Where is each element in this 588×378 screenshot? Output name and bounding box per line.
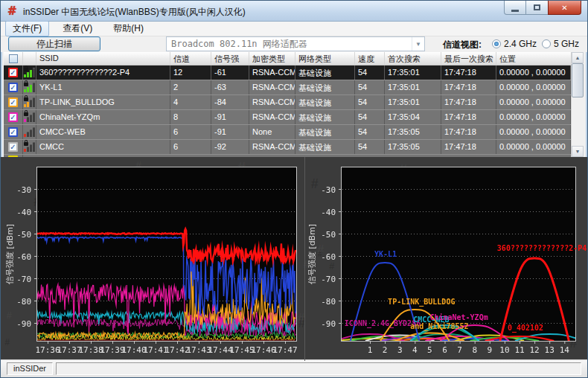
header-icon-col [23,52,36,65]
cell-channel: 12 [170,65,211,80]
adapter-name: Broadcom 802.11n 网络适配器 [167,38,412,51]
close-icon: ✕ [561,4,567,12]
lock-icon [24,112,28,116]
cell-first-seen: 17:35:01 [385,80,441,94]
cell-speed: 54 [355,110,385,124]
menu-file[interactable]: 文件(F) [5,21,49,36]
cell-first-seen: 17:35:04 [385,110,441,124]
title-bar[interactable]: # inSSIDer 中国无线论坛(WlanBBS)专用版(风中闲人汉化) ✕ [1,1,587,22]
header-channel[interactable]: 信道 [170,52,211,65]
cell-rssi: -92 [211,140,249,154]
signal-strength-icon [23,140,36,154]
menu-view[interactable]: 查看(V) [55,21,100,36]
select-all-checkbox[interactable] [4,52,23,65]
cell-ssid: CMCC [36,140,170,154]
lock-icon [24,68,28,71]
row-checkbox[interactable]: ✓ [8,83,18,92]
table-scrollbar[interactable]: ▲ ▼ [571,52,584,157]
cell-rssi: -91 [211,110,249,124]
cell-first-seen: 17:35:05 [385,140,441,154]
signal-strength-icon [23,65,36,80]
cell-rssi: -63 [211,80,249,94]
scrollbar-thumb[interactable] [572,63,584,97]
signal-strength-icon [23,125,36,139]
lock-icon [24,83,28,86]
cell-first-seen: 17:35:05 [385,125,441,139]
cell-speed: 54 [355,80,385,94]
cell-ssid: ChinaNet-YZQm [36,110,170,124]
table-row[interactable]: ✓360?????????????2-P412-61RSNA-CCMP基础设施5… [4,65,571,80]
header-network-type[interactable]: 网络类型 [295,52,355,65]
cell-first-seen: 17:35:01 [385,95,441,109]
adapter-combobox[interactable]: Broadcom 802.11n 网络适配器 ▼ [166,36,425,51]
scrollbar-track[interactable] [572,63,584,146]
cell-rssi: -91 [211,125,249,139]
band-radio-24ghz[interactable]: 2.4 GHz [492,39,537,49]
menu-bar: 文件(F) 查看(V) 帮助(H) [1,22,587,36]
status-bar: inSSIDer [1,359,587,377]
cell-channel: 6 [170,125,211,139]
cell-ssid: CMCC-WEB [36,125,170,139]
cell-network-type: 基础设施 [295,65,355,80]
band-radio-5ghz[interactable]: 5 GHz [542,39,579,49]
window-title: inSSIDer 中国无线论坛(WlanBBS)专用版(风中闲人汉化) [23,6,246,19]
cell-rssi: -61 [211,65,249,80]
caption-buttons: ✕ [504,1,581,15]
cell-first-seen: 17:35:01 [385,65,441,80]
header-security[interactable]: 加密类型 [249,52,295,65]
cell-last-seen: 17:47:18 [441,110,496,124]
band-24-label: 2.4 GHz [504,39,537,49]
menu-help[interactable]: 帮助(H) [106,21,151,36]
header-last-seen[interactable]: 最后一次搜索 [441,52,496,65]
table-row[interactable]: ✓TP-LINK_BULLDOG4-84RSNA-CCMP基础设施5417:35… [4,95,571,110]
cell-speed: 54 [355,125,385,139]
status-app-name: inSSIDer [7,362,53,375]
cell-ssid: 360?????????????2-P4 [36,65,170,80]
table-row[interactable]: ✓CMCC-WEB6-91None基础设施5417:35:0517:47:180… [4,125,571,140]
chevron-down-icon[interactable]: ▼ [412,37,424,51]
table-row[interactable]: ✓CMCC6-92RSNA-CCMP基础设施5417:35:0517:47:18… [4,140,571,155]
cell-security: RSNA-CCMP [249,80,295,94]
cell-network-type: 基础设施 [295,140,355,154]
table-row[interactable]: ✓ChinaNet-YZQm8-91RSNA-CCMP基础设施5417:35:0… [4,110,571,125]
band-5-label: 5 GHz [554,39,579,49]
table-body: ✓360?????????????2-P412-61RSNA-CCMP基础设施5… [4,65,571,155]
signal-strength-icon [23,95,36,109]
cell-channel: 2 [170,80,211,94]
cell-speed: 54 [355,140,385,154]
minimize-button[interactable] [504,1,526,15]
scroll-down-icon[interactable]: ▼ [572,146,584,157]
row-checkbox[interactable]: ✓ [8,68,18,77]
inssider-window: # inSSIDer 中国无线论坛(WlanBBS)专用版(风中闲人汉化) ✕ … [0,0,588,378]
stop-scan-button[interactable]: 停止扫描 [8,36,100,51]
cell-last-seen: 17:47:18 [441,80,496,94]
close-button[interactable]: ✕ [548,1,581,15]
header-checkbox-icon [9,54,18,63]
status-message-panel [56,362,581,375]
channel-graph-canvas [306,158,587,358]
row-checkbox[interactable]: ✓ [8,112,18,122]
cell-network-type: 基础设施 [295,110,355,124]
row-checkbox[interactable]: ✓ [8,142,18,152]
header-ssid[interactable]: SSID [36,52,170,65]
cell-rssi: -84 [211,95,249,109]
row-checkbox[interactable]: ✓ [8,97,18,107]
cell-network-type: 基础设施 [295,125,355,139]
scroll-up-icon[interactable]: ▲ [572,52,584,63]
panel-divider [304,157,305,361]
maximize-button[interactable] [526,1,548,15]
row-checkbox[interactable]: ✓ [8,127,18,137]
header-speed[interactable]: 速度 [355,52,385,65]
header-first-seen[interactable]: 首次搜索 [385,52,441,65]
signal-strength-icon [23,110,36,124]
cell-position: 0.00000 , 0.00000 [496,80,571,94]
radio-circle-icon [542,39,551,48]
table-row[interactable]: ✓YK-L12-63RSNA-CCMP基础设施5417:35:0117:47:1… [4,80,571,95]
cell-channel: 6 [170,140,211,154]
header-rssi[interactable]: 信号强 [211,52,249,65]
app-icon: # [7,4,17,18]
cell-channel: 4 [170,95,211,109]
signal-strength-icon [23,80,36,94]
header-position[interactable]: 位置 [496,52,571,65]
cell-position: 0.00000 , 0.00000 [496,65,571,80]
